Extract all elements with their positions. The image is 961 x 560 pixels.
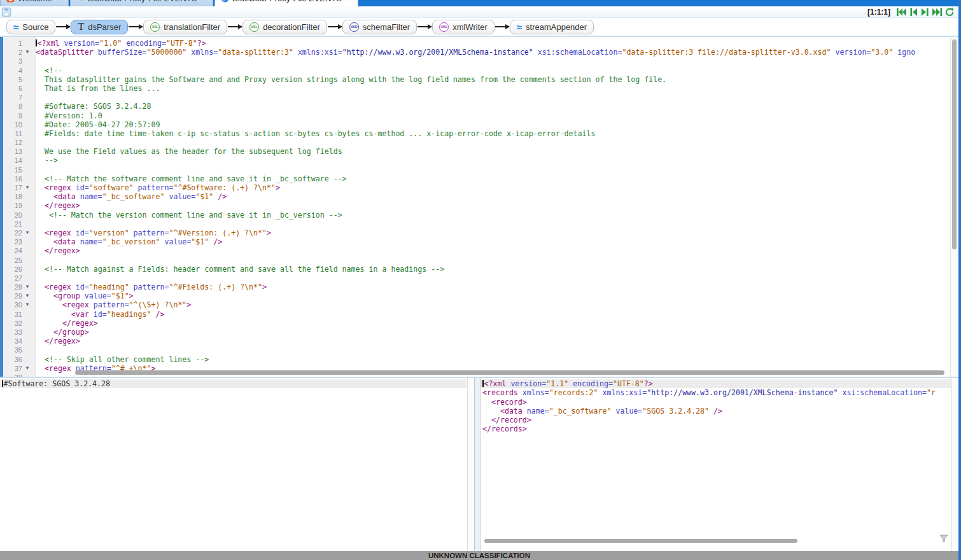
xml-editor[interactable]: 1<?xml version="1.0" encoding="UTF-8"?>2… [0,37,958,377]
code-line: 9 #Version: 1.0 [0,111,950,120]
code-line: 29▼ <group value="$1"> [0,291,950,300]
code-line: 3 [0,57,950,66]
output-vertical-scrollbar[interactable] [951,378,958,551]
tab-strip: Welcome×BlueCoat-Proxy-File EVENTS×BlueC… [0,0,958,6]
save-icon[interactable] [1,7,11,17]
filter-funnel-icon[interactable] [939,533,948,545]
code-text [36,346,950,354]
tab-close-icon[interactable]: × [203,0,208,3]
pipeline-link-arrow [417,26,431,27]
fold-spacer [25,39,36,48]
line-number: 1 [0,39,25,48]
line-number: 6 [0,84,25,93]
text-caret [482,380,484,387]
pipeline-element-streamappender[interactable]: ≈streamAppender [510,20,594,34]
input-vertical-scrollbar[interactable] [467,378,474,551]
editor-vertical-scrollbar[interactable] [950,37,958,377]
fold-spacer [25,373,36,377]
tab-welcome[interactable]: Welcome× [0,0,69,6]
code-text: <!-- Skip all other comment lines --> [36,355,950,364]
code-text: <regex id="heading" pattern="^#Fields: (… [36,283,950,291]
tab-label: BlueCoat-Proxy-File EVENTS [232,0,342,3]
line-number: 25 [0,256,25,265]
code-text: #Date: 2005-04-27 20:57:09 [36,120,950,129]
line-number: 11 [0,129,25,138]
pipeline-icon [220,0,229,3]
fold-spacer [25,57,36,66]
code-text: <var id="headings" /> [36,310,950,319]
pipeline-element-translationfilter[interactable]: XSLtranslationFilter [143,20,227,34]
code-line: 30▼ <regex pattern="^(\S+) ?\n*"> [0,300,950,309]
fold-toggle-icon[interactable]: ▼ [25,283,36,291]
code-text: <!-- Match the version comment line and … [36,211,950,220]
editor-horizontal-scroll-thumb[interactable] [75,370,944,375]
pipeline-element-schemafilter[interactable]: XSDschemaFilter [342,20,417,34]
pipeline-element-decorationfilter[interactable]: XSLdecorationFilter [242,20,327,34]
code-text: <record> [481,398,951,407]
code-line: 31 <var id="headings" /> [0,310,950,319]
stream-icon: ≈ [517,22,522,32]
code-line: 20 <!-- Match the version comment line a… [0,211,950,220]
fold-toggle-icon[interactable]: ▼ [25,364,36,373]
code-line: 7 [0,93,950,102]
pipeline-element-label: Source [22,22,48,32]
output-horizontal-scroll-thumb[interactable] [484,539,797,543]
step-next-icon[interactable] [920,8,930,17]
code-line: 28▼ <regex id="heading" pattern="^#Field… [0,283,950,291]
pipeline-element-dsparser[interactable]: TdsParser [71,20,128,34]
code-line: 34 </regex> [0,337,950,346]
step-first-icon[interactable] [896,8,907,17]
code-line: 6 That is from the lines ... [0,84,950,93]
line-number: 7 [0,93,25,102]
code-line: 10 #Date: 2005-04-27 20:57:09 [0,120,950,129]
code-line: 11 #Fields: date time time-taken c-ip sc… [0,129,950,138]
refresh-icon[interactable] [944,7,955,17]
output-pane[interactable]: <?xml version="1.1" encoding="UTF-8"?><r… [480,378,958,551]
code-text [36,165,950,174]
tab-bluecoat-proxy-file-events[interactable]: BlueCoat-Proxy-File EVENTS× [70,0,214,6]
editor-vertical-scroll-thumb[interactable] [952,39,957,249]
code-line: <record> [481,398,951,407]
pipeline-element-source[interactable]: ≈Source [6,20,55,34]
tab-close-icon[interactable]: × [347,0,353,3]
fold-toggle-icon[interactable]: ▼ [25,228,36,237]
fold-toggle-icon[interactable]: ▼ [25,183,36,192]
fold-spacer [25,156,36,165]
line-number: 35 [0,346,25,354]
code-text: #Software: SGOS 3.2.4.28 [36,102,950,111]
code-line: 26 <!-- Match against a Fields: header c… [0,265,950,274]
line-number: 32 [0,319,25,328]
code-line: <records xmlns="records:2" xmlns:xsi="ht… [481,388,951,397]
step-previous-icon[interactable] [909,8,918,17]
fold-spacer [25,102,36,111]
code-line: 32 </regex> [0,319,950,328]
tab-bluecoat-proxy-file-events[interactable]: BlueCoat-Proxy-File EVENTS× [214,0,358,6]
line-number: 8 [0,102,25,111]
pipeline-element-label: xmlWriter [452,22,488,32]
code-text: <regex id="software" pattern="^#Software… [36,183,950,192]
pipeline-link-arrow [56,26,70,27]
fold-toggle-icon[interactable]: ▼ [25,291,36,300]
input-pane[interactable]: #Software: SGOS 3.2.4.28 [0,378,475,551]
pipeline-element-label: translationFilter [164,22,220,32]
code-line: 19 </regex> [0,201,950,210]
code-text: </record> [481,416,951,424]
tab-close-icon[interactable]: × [58,0,63,3]
classification-banner: UNKNOWN CLASSIFICATION [0,551,958,560]
pane-splitter[interactable] [475,378,480,551]
pipeline-link-arrow [129,26,143,27]
code-text: <!-- Match against a Fields: header comm… [36,265,950,274]
code-line: 33 </group> [0,328,950,337]
step-last-icon[interactable] [932,8,943,17]
line-number: 22 [0,228,25,237]
line-number: 30 [0,300,25,309]
text-caret [2,380,3,387]
fold-toggle-icon[interactable]: ▼ [25,300,36,309]
code-text: <records xmlns="records:2" xmlns:xsi="ht… [481,388,951,397]
feed-arrow-icon [76,0,85,3]
pipeline-element-xmlwriter[interactable]: XMLxmlWriter [432,20,495,34]
code-text: #Fields: date time time-taken c-ip sc-st… [36,129,950,138]
code-text: <data name="_bc_software" value="SGOS 3.… [481,407,951,416]
fold-toggle-icon[interactable]: ▼ [25,48,36,57]
line-number: 14 [0,156,25,165]
